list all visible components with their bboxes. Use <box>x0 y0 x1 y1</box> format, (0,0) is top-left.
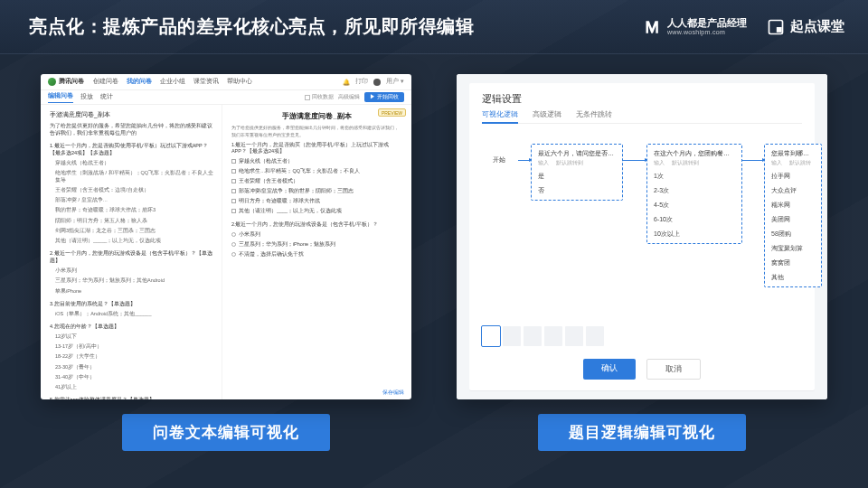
start-collect-button[interactable]: ▶ 开始回收 <box>364 92 404 102</box>
nav-item[interactable]: 企业小组 <box>160 78 185 86</box>
radio-option[interactable]: 三星系列；华为系列；iPhone；魅族系列 <box>231 241 402 248</box>
recycle-link[interactable]: 回收数据 <box>305 93 334 101</box>
brand-woshipm-url: www.woshipm.com <box>667 29 747 35</box>
flow-node-1[interactable]: 最近六个月，请问您是否参与过… 输入默认跳转到 是 否 <box>531 144 623 201</box>
nav-item[interactable]: 帮助中心 <box>227 78 252 86</box>
preview-title: 手游满意度问卷_副本 <box>231 111 402 121</box>
flow-thumb[interactable] <box>482 326 500 346</box>
user-menu[interactable]: 用户 ▾ <box>386 78 404 86</box>
nav-item[interactable]: 创建问卷 <box>93 78 118 86</box>
survey-top-nav: 创建问卷 我的问卷 企业小组 课堂资讯 帮助中心 <box>93 78 252 86</box>
preview-desc: 为了给您提供更好的服务，希望您能抽出几分钟时间，将您的感受和建议告诉我们，我们非… <box>231 125 402 138</box>
cancel-button[interactable]: 取消 <box>646 359 701 380</box>
screenshot-survey-editor: 腾讯问卷 创建问卷 我的问卷 企业小组 课堂资讯 帮助中心 🔔 打印 用户 ▾ <box>41 74 411 399</box>
subtab-stats[interactable]: 统计 <box>100 93 113 101</box>
flow-connector <box>742 160 764 161</box>
brand-qidian-icon <box>767 18 785 36</box>
flow-start-node[interactable]: 开始 <box>486 153 513 167</box>
checkbox-option[interactable]: 其他（请注明）____；以上均无，仅选此项 <box>231 208 402 214</box>
flow-node-2[interactable]: 在这六个月内，您团购餐饮/美食… 输入默认跳转到 1次 2-3次 4-5次 6-… <box>646 144 742 244</box>
flow-connector <box>623 160 646 161</box>
survey-preview-pane: PREVIEW 手游满意度问卷_副本 为了给您提供更好的服务，希望您能抽出几分钟… <box>222 105 411 399</box>
confirm-button[interactable]: 确认 <box>583 359 636 380</box>
logic-actions: 确认 取消 <box>482 359 802 380</box>
flow-node-3[interactable]: 您最常到哪个网站进行餐饮团 输入默认跳转 拉手网 大众点评 糯米网 美团网 58… <box>764 144 822 287</box>
survey-top-right: 🔔 打印 用户 ▾ <box>343 78 404 86</box>
logic-panel: 逻辑设置 可视化逻辑 高级逻辑 无条件跳转 开始 最近六个月，请问您是否参与过…… <box>469 83 815 390</box>
save-edit-link[interactable]: 保存编辑 <box>382 389 404 396</box>
survey-logo-text: 腾讯问卷 <box>59 78 84 86</box>
survey-logo: 腾讯问卷 <box>48 78 84 86</box>
svg-rect-1 <box>777 27 782 33</box>
logic-tab-jump[interactable]: 无条件跳转 <box>576 109 612 119</box>
right-column: 逻辑设置 可视化逻辑 高级逻辑 无条件跳转 开始 最近六个月，请问您是否参与过…… <box>457 74 827 451</box>
preview-q1: 1.最近一个月内，您是否购买（您使用手机/平板）上玩过以下游戏APP？【最多选2… <box>231 142 402 155</box>
subtab-send[interactable]: 投放 <box>80 93 93 101</box>
nav-item-active[interactable]: 我的问卷 <box>127 78 152 86</box>
avatar[interactable] <box>373 79 381 86</box>
caption-left: 问卷文本编辑可视化 <box>122 414 330 451</box>
flow-thumb[interactable] <box>586 326 604 346</box>
print-link[interactable]: 打印 <box>355 78 368 86</box>
flow-thumb[interactable] <box>524 326 542 346</box>
caption-right: 题目逻辑编辑可视化 <box>538 414 746 451</box>
left-column: 腾讯问卷 创建问卷 我的问卷 企业小组 课堂资讯 帮助中心 🔔 打印 用户 ▾ <box>41 74 411 451</box>
brand-woshipm-icon <box>644 18 662 36</box>
survey-body: 手游满意度问卷_副本 为了给您提供更好的服务，希望您能抽出几分钟，将您的感受和建… <box>41 105 411 399</box>
logic-flow-canvas[interactable]: 开始 最近六个月，请问您是否参与过… 输入默认跳转到 是 否 <box>482 136 802 319</box>
flow-thumb[interactable] <box>544 326 562 346</box>
slide-header: 亮点化：提炼产品的差异化核心亮点，所见即所得编辑 人人都是产品经理 www.wo… <box>0 0 868 54</box>
outline-title: 手游满意度问卷_副本 <box>50 110 214 118</box>
survey-subbar: 编辑问卷 投放 统计 回收数据 高级编辑 ▶ 开始回收 <box>41 90 411 105</box>
logic-tab-visual[interactable]: 可视化逻辑 <box>482 109 518 119</box>
logic-tabs: 可视化逻辑 高级逻辑 无条件跳转 <box>482 109 802 124</box>
subtab-edit[interactable]: 编辑问卷 <box>48 92 73 103</box>
preview-badge: PREVIEW <box>378 108 406 117</box>
slide-headline: 亮点化：提炼产品的差异化核心亮点，所见即所得编辑 <box>29 14 474 39</box>
brand-woshipm: 人人都是产品经理 www.woshipm.com <box>644 18 747 36</box>
checkbox-option[interactable]: 穿越火线（枪战王者） <box>231 158 402 164</box>
advanced-edit-link[interactable]: 高级编辑 <box>338 93 360 101</box>
flow-thumb[interactable] <box>565 326 583 346</box>
radio-option[interactable]: 小米系列 <box>231 231 402 238</box>
preview-q2: 2.最近一个月内，您使用的玩游戏设备是（包含手机/平板）？ <box>231 221 402 228</box>
logic-tab-advanced[interactable]: 高级逻辑 <box>533 109 561 119</box>
nav-item[interactable]: 课堂资讯 <box>193 78 219 86</box>
flow-thumb[interactable] <box>503 326 521 346</box>
checkbox-option[interactable]: 明日方舟；奇迹暖暖；球球大作战 <box>231 198 402 204</box>
brand-qidian-text: 起点课堂 <box>790 18 844 35</box>
brand-row: 人人都是产品经理 www.woshipm.com 起点课堂 <box>644 18 844 36</box>
survey-outline-pane[interactable]: 手游满意度问卷_副本 为了给您提供更好的服务，希望您能抽出几分钟，将您的感受和建… <box>41 105 222 399</box>
screenshot-logic-editor: 逻辑设置 可视化逻辑 高级逻辑 无条件跳转 开始 最近六个月，请问您是否参与过…… <box>457 74 827 399</box>
checkbox-option[interactable]: 部落冲突/皇室战争；我的世界；阴阳师；三国志 <box>231 188 402 194</box>
brand-woshipm-text: 人人都是产品经理 <box>667 18 747 29</box>
survey-topbar: 腾讯问卷 创建问卷 我的问卷 企业小组 课堂资讯 帮助中心 🔔 打印 用户 ▾ <box>41 74 411 90</box>
radio-option[interactable]: 不清楚，选择后确认免干扰 <box>231 251 402 258</box>
slide-stage: 腾讯问卷 创建问卷 我的问卷 企业小组 课堂资讯 帮助中心 🔔 打印 用户 ▾ <box>0 54 868 488</box>
logic-panel-title: 逻辑设置 <box>482 92 802 106</box>
checkbox-option[interactable]: 王者荣耀（含王者模式） <box>231 178 402 184</box>
survey-logo-icon <box>48 78 56 86</box>
bell-icon[interactable]: 🔔 <box>343 79 350 86</box>
checkbox-option[interactable]: 绝地求生…和平精英；QQ飞车；火影忍者；不良人 <box>231 168 402 174</box>
brand-qidian: 起点课堂 <box>767 18 844 36</box>
flow-thumbnails <box>482 326 802 346</box>
